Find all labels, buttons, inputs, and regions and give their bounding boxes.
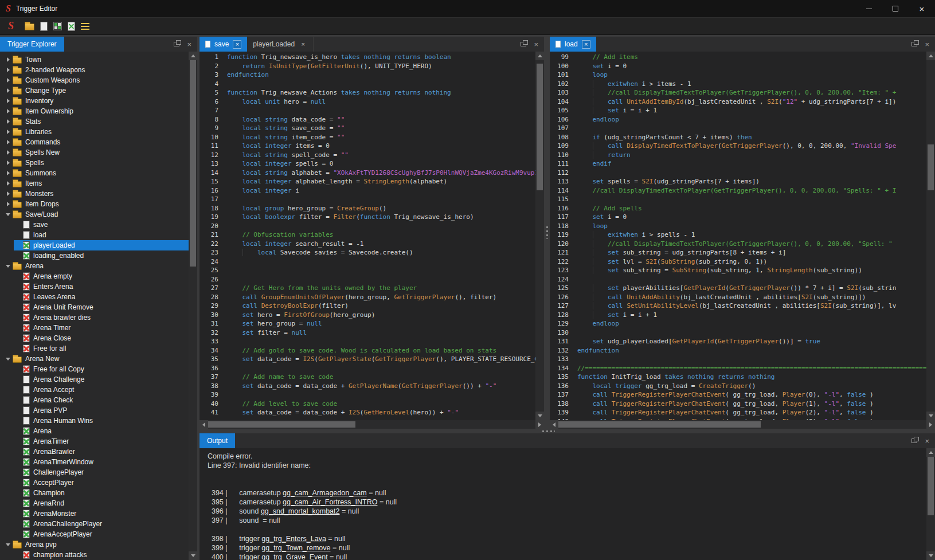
tree-item-2-handed-weapons[interactable]: 2-handed Weapons xyxy=(0,65,189,75)
tab-load[interactable]: load× xyxy=(550,37,596,52)
output-vertical-scrollbar[interactable] xyxy=(926,448,935,560)
expand-arrow-icon[interactable] xyxy=(3,130,13,134)
scrollbar-track[interactable] xyxy=(535,60,544,412)
tree-item-playerloaded[interactable]: playerLoaded xyxy=(0,240,189,250)
expand-arrow-icon[interactable] xyxy=(3,57,13,62)
tree-item-champion[interactable]: Champion xyxy=(0,488,189,498)
tree-item-arenabrawler[interactable]: ArenaBrawler xyxy=(0,447,189,457)
collapse-arrow-icon[interactable] xyxy=(3,265,13,268)
tree-item-leaves-arena[interactable]: Leaves Arena xyxy=(0,292,189,302)
tree-item-arena-pvp[interactable]: Arena pvp xyxy=(0,539,189,550)
expand-arrow-icon[interactable] xyxy=(3,150,13,155)
tree-item-arenarnd[interactable]: ArenaRnd xyxy=(0,498,189,508)
tree-item-commands[interactable]: Commands xyxy=(0,137,189,147)
expand-arrow-icon[interactable] xyxy=(3,160,13,165)
tree-vertical-scrollbar[interactable] xyxy=(189,52,197,560)
expand-arrow-icon[interactable] xyxy=(3,181,13,186)
tree-item-change-type[interactable]: Change Type xyxy=(0,85,189,96)
code-area[interactable]: function Trig_newsave_is_hero takes noth… xyxy=(224,52,535,420)
tree-item-inventory[interactable]: Inventory xyxy=(0,96,189,106)
tree-item-free-for-all[interactable]: Free for all xyxy=(0,343,189,354)
tree-item-arena-timer[interactable]: Arena Timer xyxy=(0,323,189,333)
tree-item-arena-new[interactable]: Arena New xyxy=(0,354,189,364)
tree-item-save-load[interactable]: Save/Load xyxy=(0,209,189,220)
tree-item-libraries[interactable]: Libraries xyxy=(0,127,189,137)
expand-arrow-icon[interactable] xyxy=(3,78,13,83)
tree-item-arena-check[interactable]: Arena Check xyxy=(0,395,189,405)
scrollbar-thumb[interactable] xyxy=(208,421,355,428)
scrollbar-thumb[interactable] xyxy=(558,421,761,428)
tree-item-enters-arena[interactable]: Enters Arena xyxy=(0,281,189,292)
convert-script-icon[interactable] xyxy=(68,22,75,31)
scrollbar-thumb[interactable] xyxy=(190,60,196,267)
scroll-down-button[interactable] xyxy=(926,412,935,420)
tree-item-challengeplayer[interactable]: ChallengePlayer xyxy=(0,467,189,477)
tree-item-item-ownership[interactable]: Item Ownership xyxy=(0,106,189,116)
expand-arrow-icon[interactable] xyxy=(3,68,13,72)
tree-item-spells-new[interactable]: Spells New xyxy=(0,147,189,158)
scrollbar-track[interactable] xyxy=(558,420,926,429)
tree-item-arenachallengeplayer[interactable]: ArenaChallengePlayer xyxy=(0,519,189,529)
scroll-left-button[interactable] xyxy=(199,420,208,429)
tree-item-free-for-all-copy[interactable]: Free for all Copy xyxy=(0,364,189,374)
tree-item-arena-unit-remove[interactable]: Arena Unit Remove xyxy=(0,302,189,312)
maximize-button[interactable] xyxy=(882,0,909,17)
editor-vertical-scrollbar[interactable] xyxy=(926,52,935,420)
expand-arrow-icon[interactable] xyxy=(3,140,13,144)
float-panel-icon[interactable] xyxy=(174,42,179,46)
tree-item-monsters[interactable]: Monsters xyxy=(0,189,189,199)
tree-item-item-drops[interactable]: Item Drops xyxy=(0,199,189,209)
trigger-list-icon[interactable] xyxy=(81,23,89,30)
tree-item-stats[interactable]: Stats xyxy=(0,116,189,127)
expand-arrow-icon[interactable] xyxy=(3,99,13,103)
tree-item-loading-enabled[interactable]: loading_enabled xyxy=(0,250,189,261)
tree-item-arena-empty[interactable]: Arena empty xyxy=(0,271,189,281)
expand-arrow-icon[interactable] xyxy=(3,88,13,93)
tree-item-spells[interactable]: Spells xyxy=(0,158,189,168)
close-panel-icon[interactable]: × xyxy=(187,41,191,48)
scroll-left-button[interactable] xyxy=(550,420,558,429)
editor-horizontal-scrollbar[interactable] xyxy=(199,420,544,429)
scroll-up-button[interactable] xyxy=(926,448,935,457)
output-tab[interactable]: Output xyxy=(199,433,235,448)
tree-item-load[interactable]: load xyxy=(0,230,189,240)
tree-item-save[interactable]: save xyxy=(0,220,189,230)
editor-vertical-scrollbar[interactable] xyxy=(535,52,544,420)
trigger-explorer-title-tab[interactable]: Trigger Explorer xyxy=(0,37,64,52)
open-map-icon[interactable] xyxy=(25,24,34,30)
collapse-arrow-icon[interactable] xyxy=(3,358,13,361)
tree-item-arena-accept[interactable]: Arena Accept xyxy=(0,385,189,395)
tree-item-custom-weapons[interactable]: Custom Weapons xyxy=(0,75,189,85)
scrollbar-thumb[interactable] xyxy=(928,144,934,190)
tree-item-items[interactable]: Items xyxy=(0,178,189,189)
expand-arrow-icon[interactable] xyxy=(3,191,13,196)
tree-item-arenamonster[interactable]: ArenaMonster xyxy=(0,508,189,519)
variables-icon[interactable] xyxy=(53,22,62,30)
collapse-arrow-icon[interactable] xyxy=(3,543,13,546)
float-panel-icon[interactable] xyxy=(911,438,917,443)
expand-arrow-icon[interactable] xyxy=(3,171,13,175)
scroll-right-button[interactable] xyxy=(926,420,935,429)
tab-save[interactable]: save× xyxy=(199,37,247,52)
close-tab-icon[interactable]: × xyxy=(233,40,241,49)
float-panel-icon[interactable] xyxy=(521,42,526,46)
tree-item-summons[interactable]: Summons xyxy=(0,168,189,178)
tree-item-arenatimer[interactable]: ArenaTimer xyxy=(0,436,189,447)
tree-item-town[interactable]: Town xyxy=(0,54,189,65)
editor-splitter[interactable] xyxy=(544,37,550,429)
tree-item-arena-pvp[interactable]: Arena PVP xyxy=(0,405,189,416)
scroll-up-button[interactable] xyxy=(926,52,935,60)
close-panel-icon[interactable]: × xyxy=(925,41,929,48)
editor-horizontal-scrollbar[interactable] xyxy=(550,420,935,429)
output-splitter[interactable] xyxy=(199,429,935,433)
scrollbar-thumb[interactable] xyxy=(537,64,543,190)
scroll-down-button[interactable] xyxy=(535,412,544,420)
scrollbar-thumb[interactable] xyxy=(928,457,934,515)
close-button[interactable]: × xyxy=(909,0,935,17)
expand-arrow-icon[interactable] xyxy=(3,119,13,124)
scroll-up-button[interactable] xyxy=(189,52,197,60)
float-panel-icon[interactable] xyxy=(911,42,917,46)
scroll-up-button[interactable] xyxy=(535,52,544,60)
close-panel-icon[interactable]: × xyxy=(534,41,538,48)
tree-item-arena[interactable]: Arena xyxy=(0,426,189,436)
